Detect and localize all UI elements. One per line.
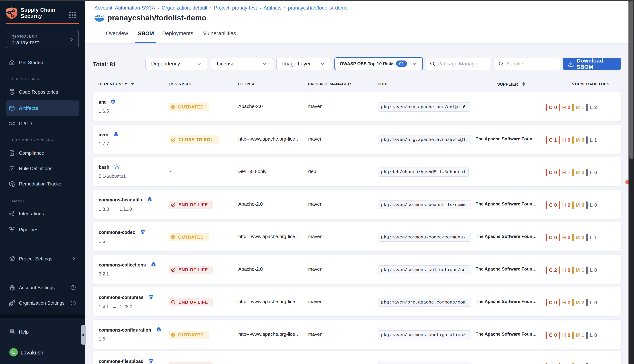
- svg-text:?: ?: [11, 330, 13, 332]
